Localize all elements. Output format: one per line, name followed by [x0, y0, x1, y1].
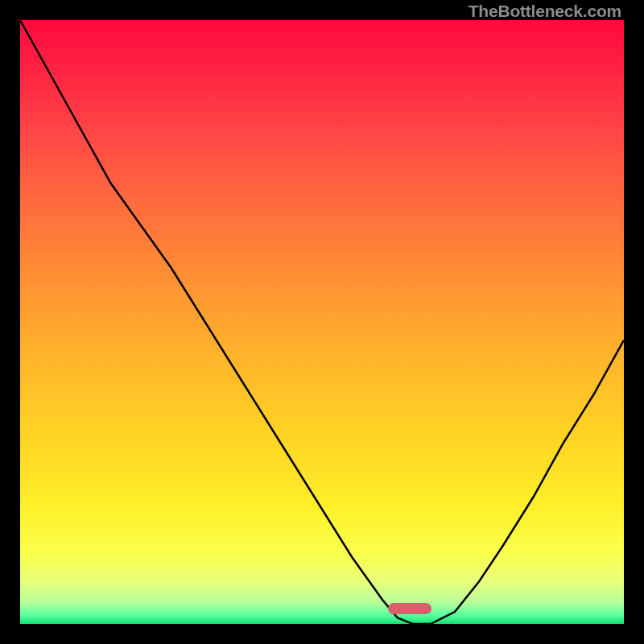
bottleneck-curve [20, 20, 624, 624]
optimal-range-marker [388, 603, 431, 614]
chart-frame: TheBottleneck.com [0, 0, 644, 644]
plot-area [20, 20, 624, 624]
watermark-label: TheBottleneck.com [469, 2, 621, 21]
